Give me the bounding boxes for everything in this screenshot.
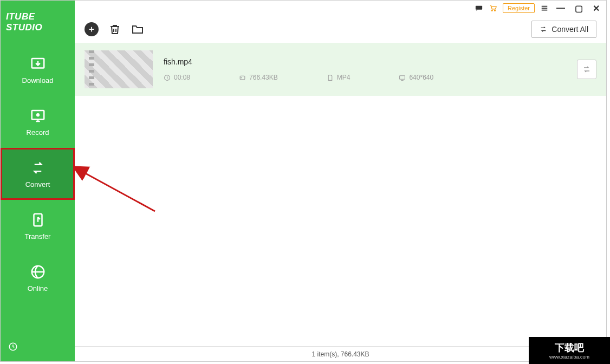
register-button[interactable]: Register [503,3,535,13]
transfer-icon [28,212,48,228]
titlebar: Register — ▢ ✕ [75,1,606,16]
file-meta: 00:08 766.43KB MP4 640*640 [164,74,566,81]
convert-icon [28,160,48,176]
svg-point-8 [495,10,496,11]
file-name: fish.mp4 [164,57,566,66]
delete-icon[interactable] [108,23,121,36]
record-icon [28,108,48,124]
meta-duration: 00:08 [164,74,190,81]
file-row[interactable]: fish.mp4 00:08 766.43KB MP4 [75,43,606,96]
plus-icon [88,25,95,33]
menu-icon[interactable] [540,4,549,12]
refresh-small-icon [582,65,591,74]
main-area: Register — ▢ ✕ Convert All [75,1,606,361]
sidebar-item-label: Record [27,128,49,136]
folder-icon[interactable] [131,23,144,36]
svg-rect-6 [476,6,482,10]
app-logo: ITUBE STUDIO [1,1,75,44]
clock-small-icon [164,74,171,81]
convert-all-label: Convert All [551,25,588,34]
maximize-button[interactable]: ▢ [573,3,585,14]
row-convert-button[interactable] [577,60,596,79]
cart-icon[interactable] [489,4,497,12]
status-text: 1 item(s), 766.43KB [312,350,369,358]
download-icon [28,56,48,72]
app-window: ITUBE STUDIO Download Record Convert [0,0,607,362]
online-icon [28,264,48,280]
file-thumbnail [85,50,153,88]
sidebar-item-label: Download [22,76,54,84]
sidebar-footer [1,334,75,361]
minimize-button[interactable]: — [554,3,567,13]
disk-icon [239,74,246,81]
screen-icon [399,74,406,81]
file-list: fish.mp4 00:08 766.43KB MP4 [75,43,606,346]
sidebar-item-transfer[interactable]: Transfer [1,200,75,252]
add-button[interactable] [85,22,99,36]
convert-all-button[interactable]: Convert All [531,21,596,38]
svg-point-2 [36,113,39,116]
toolbar-left [85,22,144,36]
chat-icon[interactable] [475,4,483,12]
svg-point-7 [491,10,492,11]
refresh-icon [540,25,547,33]
svg-rect-12 [400,75,405,79]
sidebar-item-label: Online [28,284,48,292]
sidebar-item-convert[interactable]: Convert [1,148,75,200]
sidebar-item-online[interactable]: Online [1,252,75,304]
sidebar-item-label: Convert [25,180,50,188]
sidebar-item-download[interactable]: Download [1,44,75,96]
sidebar: ITUBE STUDIO Download Record Convert [1,1,75,361]
sidebar-item-label: Transfer [25,232,51,240]
meta-format: MP4 [327,74,351,81]
statusbar: 1 item(s), 766.43KB [75,346,606,361]
meta-resolution: 640*640 [399,74,433,81]
close-button[interactable]: ✕ [590,3,602,14]
file-icon [327,74,334,81]
svg-point-11 [241,77,242,77]
sidebar-item-record[interactable]: Record [1,96,75,148]
toolbar: Convert All [75,16,606,43]
meta-size: 766.43KB [239,74,278,81]
clock-icon[interactable] [8,342,18,352]
file-info: fish.mp4 00:08 766.43KB MP4 [164,57,566,81]
